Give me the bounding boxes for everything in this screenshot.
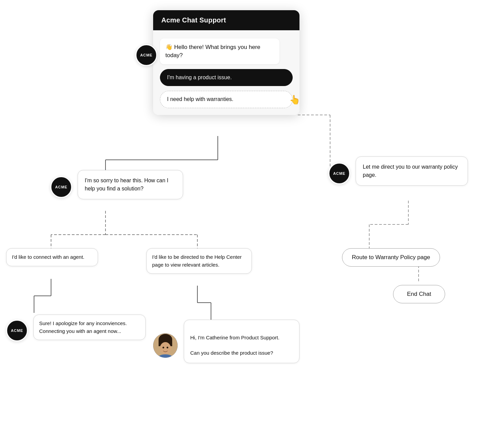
catherine-bubble: Hi, I'm Catherine from Product Support. …	[184, 320, 299, 363]
canvas: Acme Chat Support 👋 Hello there! What br…	[0, 0, 504, 438]
acme-avatar-bottom-left: ACME	[6, 320, 28, 341]
acme-avatar-left: ACME	[50, 176, 72, 198]
acme-avatar-top: ACME	[135, 44, 157, 66]
end-chat-button[interactable]: End Chat	[393, 285, 445, 303]
catherine-avatar	[153, 333, 178, 358]
warranty-response-bubble: Let me direct you to our warranty policy…	[356, 156, 468, 186]
chat-header: Acme Chat Support	[153, 10, 299, 30]
svg-point-26	[167, 347, 168, 349]
product-response-bubble: I'm so sorry to hear this. How can I hel…	[78, 170, 183, 199]
product-option[interactable]: I'm having a product issue.	[160, 69, 293, 86]
chat-widget: Acme Chat Support 👋 Hello there! What br…	[153, 10, 299, 115]
agent-response-bubble: Sure! I apologize for any inconviences. …	[33, 315, 146, 340]
acme-avatar-right: ACME	[328, 163, 350, 184]
svg-point-25	[163, 347, 164, 349]
svg-point-24	[160, 342, 171, 354]
route-warranty-button[interactable]: Route to Warranty Policy page	[342, 248, 440, 267]
catherine-face	[153, 333, 178, 358]
help-center-bubble[interactable]: I'd like to be directed to the Help Cent…	[146, 248, 252, 274]
connect-agent-bubble[interactable]: I'd like to connect with an agent.	[6, 248, 98, 266]
bot-greeting: 👋 Hello there! What brings you here toda…	[160, 38, 279, 64]
warranty-option[interactable]: I need help with warranties.	[160, 91, 293, 108]
chat-body: 👋 Hello there! What brings you here toda…	[153, 30, 299, 115]
